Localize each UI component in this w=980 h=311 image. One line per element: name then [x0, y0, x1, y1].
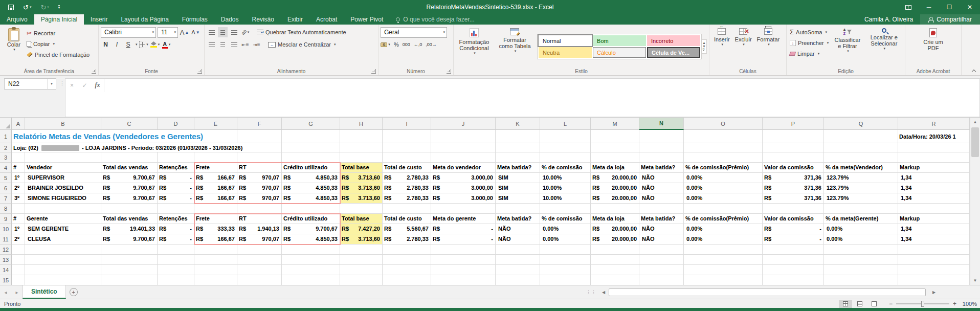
cell-A15[interactable] [12, 275, 25, 285]
cell-J15[interactable] [431, 275, 496, 285]
minimize-button[interactable]: ─ [919, 0, 939, 14]
cell-O12[interactable] [684, 245, 763, 255]
sheet-tab-sintetico[interactable]: Sintético [23, 285, 66, 299]
cell-D3[interactable] [158, 152, 194, 163]
new-sheet-button[interactable]: + [66, 285, 81, 299]
cell-F3[interactable] [237, 152, 282, 163]
cell-A8[interactable] [12, 204, 25, 214]
row-header-12[interactable]: 12 [0, 245, 12, 255]
share-button[interactable]: Compartilhar [920, 14, 980, 25]
cell-M11[interactable]: R$20.000,00 [591, 234, 639, 245]
cell-N6[interactable]: NÃO [639, 183, 684, 193]
cell-P10[interactable]: R$- [763, 224, 824, 234]
column-header-Q[interactable]: Q [824, 118, 898, 130]
cell-N4[interactable]: Meta batida? [639, 163, 684, 173]
cell-O13[interactable] [684, 255, 763, 265]
cell-J8[interactable] [431, 204, 496, 214]
bold-button[interactable]: N [101, 39, 110, 50]
sheet-nav-next-icon[interactable]: ▸ [11, 285, 23, 299]
align-top-button[interactable] [207, 27, 216, 37]
cell-K8[interactable] [496, 204, 540, 214]
column-header-N[interactable]: N [639, 118, 684, 130]
name-box-caret-icon[interactable]: ▾ [47, 79, 56, 89]
cell-L10[interactable]: 0.00% [540, 224, 591, 234]
cell-A9[interactable]: # [12, 214, 25, 224]
cell-D12[interactable] [158, 245, 194, 255]
cell-B5[interactable]: SUPERVISOR [25, 173, 101, 183]
cell-B10[interactable]: SEM GERENTE [25, 224, 101, 234]
cell-C8[interactable] [101, 204, 158, 214]
cell-N7[interactable]: NÃO [639, 193, 684, 204]
cancel-entry-button[interactable]: × [65, 79, 78, 92]
cell-P12[interactable] [763, 245, 824, 255]
cell-style-incorreto[interactable]: Incorreto [647, 35, 700, 46]
cell-A13[interactable] [12, 255, 25, 265]
grow-font-button[interactable]: A▲ [180, 27, 189, 37]
cell-Q11[interactable]: 0.00% [824, 234, 898, 245]
cell-D14[interactable] [158, 265, 194, 275]
cell-O5[interactable]: 0.00% [684, 173, 763, 183]
cell-R7[interactable]: 1,34 [898, 193, 970, 204]
cell-M13[interactable] [591, 255, 639, 265]
column-header-G[interactable]: G [282, 118, 340, 130]
cell-H12[interactable] [340, 245, 383, 255]
cell-B3[interactable] [25, 152, 101, 163]
cell-F10[interactable]: R$1.940,13 [237, 224, 282, 234]
sheet-nav-prev-icon[interactable]: ◂ [0, 285, 11, 299]
cell-H14[interactable] [340, 265, 383, 275]
align-right-button[interactable] [229, 39, 239, 50]
formula-input[interactable] [104, 79, 979, 117]
column-header-I[interactable]: I [383, 118, 431, 130]
cell-G5[interactable]: R$4.850,33 [282, 173, 340, 183]
cell-G6[interactable]: R$4.850,33 [282, 183, 340, 193]
cell-B9[interactable]: Gerente [25, 214, 101, 224]
cell-P11[interactable]: R$- [763, 234, 824, 245]
row-header-2[interactable]: 2 [0, 143, 12, 152]
cell-C9[interactable]: Total das vendas [101, 214, 158, 224]
cell-P1[interactable] [763, 130, 824, 143]
ribbon-display-options-button[interactable] [898, 0, 919, 14]
cell-B7[interactable]: SIMONE FIGUEIREDO [25, 193, 101, 204]
account-user-name[interactable]: Camila A. Oliveira [857, 14, 920, 25]
cell-A14[interactable] [12, 265, 25, 275]
cell-J1[interactable] [431, 130, 496, 143]
cell-D15[interactable] [158, 275, 194, 285]
cell-M7[interactable]: R$20.000,00 [591, 193, 639, 204]
create-pdf-button[interactable]: Crie um PDF [918, 26, 949, 67]
cell-M9[interactable]: Meta da loja [591, 214, 639, 224]
cell-E6[interactable]: R$166,67 [194, 183, 237, 193]
cell-O2[interactable] [684, 143, 763, 152]
vertical-scrollbar[interactable]: ▲▼ [970, 118, 980, 285]
row-header-6[interactable]: 6 [0, 183, 12, 193]
cell-D7[interactable]: R$- [158, 193, 194, 204]
cell-A10[interactable]: 1º [12, 224, 25, 234]
vscroll-up-icon[interactable]: ▲ [970, 118, 980, 126]
clear-button[interactable]: Limpar▾ [789, 49, 830, 58]
cell-E10[interactable]: R$333,33 [194, 224, 237, 234]
cell-H9[interactable]: Total base [340, 214, 383, 224]
cell-J9[interactable]: Meta do gerente [431, 214, 496, 224]
cell-N5[interactable]: NÃO [639, 173, 684, 183]
cell-E3[interactable] [194, 152, 237, 163]
cell-I5[interactable]: R$2.780,33 [383, 173, 431, 183]
decrease-decimal-button[interactable]: ,00→ [426, 42, 437, 47]
column-header-E[interactable]: E [194, 118, 237, 130]
cell-F14[interactable] [237, 265, 282, 275]
cell-M14[interactable] [591, 265, 639, 275]
gallery-down-icon[interactable]: ▼ [702, 45, 706, 48]
cell-L12[interactable] [540, 245, 591, 255]
cell-E12[interactable] [194, 245, 237, 255]
cell-Q15[interactable] [824, 275, 898, 285]
cell-H8[interactable] [340, 204, 383, 214]
cell-O4[interactable]: % de comissão(Prêmio) [684, 163, 763, 173]
wrap-text-button[interactable]: Quebrar Texto Automaticamente [256, 28, 347, 37]
cell-J4[interactable]: Meta do vendedor [431, 163, 496, 173]
cell-R12[interactable] [898, 245, 970, 255]
cell-Q9[interactable]: % da meta(Gerente) [824, 214, 898, 224]
undo-button[interactable]: ↺▾ [23, 4, 31, 11]
cell-B6[interactable]: BRAINER JOSEILDO [25, 183, 101, 193]
zoom-level[interactable]: 100% [957, 301, 977, 307]
cell-J7[interactable]: R$3.000,00 [431, 193, 496, 204]
page-layout-view-button[interactable] [853, 300, 866, 308]
cell-H15[interactable] [340, 275, 383, 285]
